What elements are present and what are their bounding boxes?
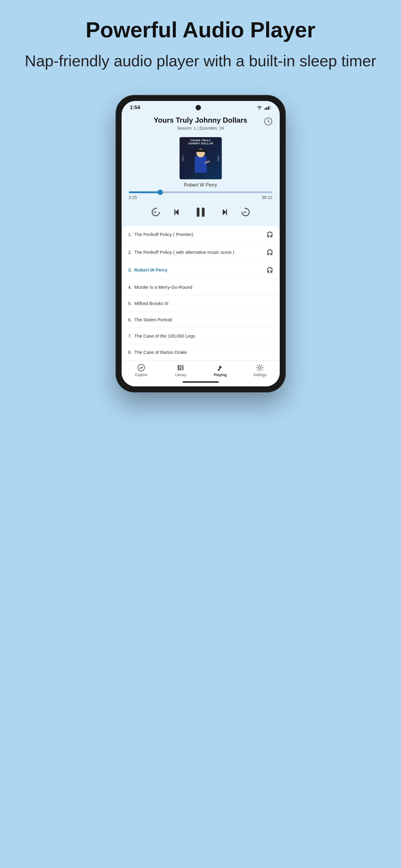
headphone-icon: 🎧 <box>266 249 273 255</box>
svg-point-24 <box>218 369 220 371</box>
episode-title: 6. The Stolen Portrait <box>128 317 273 322</box>
playing-label: Playing <box>214 373 227 377</box>
library-icon <box>177 364 185 372</box>
progress-thumb[interactable] <box>157 190 163 195</box>
progress-times: 2:15 30:12 <box>129 195 273 200</box>
svg-marker-15 <box>223 209 226 215</box>
album-figure <box>189 147 213 174</box>
svg-text:10: 10 <box>243 211 246 214</box>
playing-icon <box>216 364 224 372</box>
episode-title: 2. The Perikoff Policy ( with alternativ… <box>128 250 266 255</box>
settings-label: Settings <box>253 373 266 377</box>
svg-rect-21 <box>181 365 184 370</box>
page-subtitle: Nap-friendly audio player with a built-i… <box>25 51 376 71</box>
svg-rect-2 <box>268 106 269 110</box>
library-label: Library <box>175 373 187 377</box>
episode-list: 1. The Perikoff Policy ( Premier) 🎧 2. T… <box>122 226 280 386</box>
album-art-year-left: 1949 <box>181 155 184 161</box>
bottom-nav: Explore Library <box>122 361 280 379</box>
episode-title-active: 3. Robert W Perry <box>128 267 266 273</box>
progress-section: 2:15 30:12 <box>122 190 280 200</box>
svg-rect-16 <box>226 209 227 215</box>
album-art-title: YOURS TRULYJOHNNY DOLLAR <box>179 139 222 145</box>
list-item[interactable]: 8. The Case of Barton Drake <box>122 344 280 361</box>
nav-explore[interactable]: Explore <box>131 364 152 377</box>
pause-button[interactable] <box>194 205 208 219</box>
replay-10-button[interactable]: 10 <box>150 207 161 218</box>
status-time: 1:54 <box>130 104 140 111</box>
list-item[interactable]: 6. The Stolen Portrait <box>122 312 280 328</box>
status-icons <box>256 105 271 110</box>
svg-rect-1 <box>266 107 267 110</box>
episode-title: 1. The Perikoff Policy ( Premier) <box>128 232 266 237</box>
player-header: Yours Truly Johnny Dollars Season: 1 | E… <box>122 113 280 132</box>
svg-text:10: 10 <box>153 211 156 214</box>
settings-icon <box>256 364 264 372</box>
svg-marker-11 <box>175 209 179 215</box>
phone-frame: 1:54 Yours Truly Johnny Do <box>116 96 285 392</box>
total-time: 30:12 <box>262 195 272 200</box>
svg-rect-14 <box>202 208 205 217</box>
track-name: Robert W Perry <box>184 182 217 188</box>
headphone-icon: 🎧 <box>266 231 273 238</box>
progress-bar[interactable] <box>129 191 273 193</box>
episode-title: 7. The Case of the 100,000 Legs <box>128 333 273 338</box>
episode-title: 4. Murder is a Merry-Go-Round <box>128 284 273 290</box>
timer-icon[interactable] <box>264 117 273 126</box>
home-bar <box>182 381 219 383</box>
list-item[interactable]: 1. The Perikoff Policy ( Premier) 🎧 <box>122 226 280 244</box>
phone-screen: 1:54 Yours Truly Johnny Do <box>122 101 280 386</box>
podcast-meta: Season: 1 | Episodes: 24 <box>129 126 273 130</box>
explore-icon <box>137 364 145 372</box>
podcast-title: Yours Truly Johnny Dollars <box>129 116 273 124</box>
svg-rect-0 <box>265 108 266 110</box>
page-title: Powerful Audio Player <box>86 18 315 42</box>
list-item[interactable]: 7. The Case of the 100,000 Legs <box>122 328 280 344</box>
skip-next-button[interactable] <box>219 207 229 218</box>
svg-rect-19 <box>178 365 179 370</box>
list-item[interactable]: 5. Milford Brooks III <box>122 296 280 312</box>
svg-rect-5 <box>195 156 207 173</box>
album-art-year-right: 1962 <box>217 155 220 161</box>
list-item[interactable]: 2. The Perikoff Policy ( with alternativ… <box>122 244 280 261</box>
nav-settings[interactable]: Settings <box>249 364 270 377</box>
svg-rect-12 <box>174 209 175 215</box>
home-indicator <box>122 379 280 386</box>
album-art: YOURS TRULYJOHNNY DOLLAR 1949 1962 <box>179 137 222 179</box>
svg-rect-13 <box>197 208 199 217</box>
list-item[interactable]: 4. Murder is a Merry-Go-Round <box>122 279 280 296</box>
episode-title: 8. The Case of Barton Drake <box>128 350 273 355</box>
skip-previous-button[interactable] <box>172 207 183 218</box>
svg-point-25 <box>259 367 261 369</box>
episode-title: 5. Milford Brooks III <box>128 301 273 306</box>
svg-rect-3 <box>269 105 271 110</box>
camera-notch <box>196 105 201 110</box>
wifi-icon <box>256 105 263 110</box>
forward-10-button[interactable]: 10 <box>240 207 251 218</box>
explore-label: Explore <box>135 373 147 377</box>
album-section: YOURS TRULYJOHNNY DOLLAR 1949 1962 <box>122 132 280 190</box>
nav-library[interactable]: Library <box>170 364 191 377</box>
signal-icon <box>265 105 271 110</box>
svg-rect-8 <box>193 151 208 152</box>
headphone-icon: 🎧 <box>266 267 273 273</box>
progress-fill <box>129 191 161 193</box>
current-time: 2:15 <box>129 195 137 200</box>
nav-playing[interactable]: Playing <box>210 364 231 377</box>
controls-section: 10 <box>122 200 280 226</box>
list-item-active[interactable]: 3. Robert W Perry 🎧 <box>122 261 280 279</box>
status-bar: 1:54 <box>122 101 280 113</box>
